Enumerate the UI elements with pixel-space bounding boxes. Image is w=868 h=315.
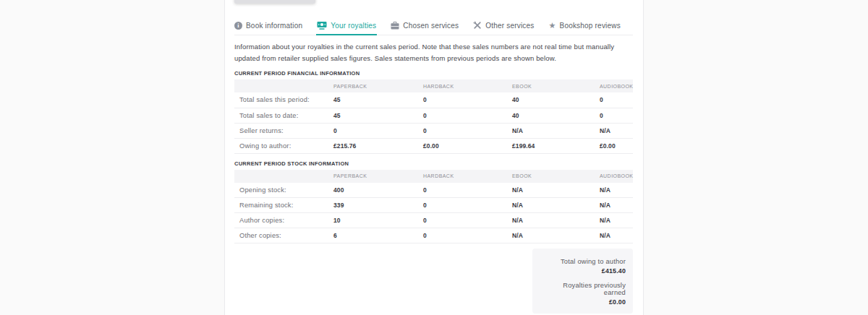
cell-value: N/A	[512, 123, 600, 138]
tab-bookshop-reviews[interactable]: Bookshop reviews	[548, 22, 620, 35]
star-icon	[548, 22, 556, 30]
cell-value: 400	[333, 183, 423, 198]
table-row: Total sales to date: 45 0 40 0	[234, 108, 633, 123]
row-label: Total sales this period:	[234, 92, 333, 108]
row-label: Seller returns:	[234, 123, 333, 138]
column-header-audiobook: AUDIOBOOK	[600, 170, 633, 183]
cell-value: 339	[333, 198, 423, 213]
table-row: Owing to author: £215.76 £0.00 £199.64 £…	[234, 138, 633, 153]
summary-label: Royalties previously earned	[540, 282, 626, 296]
summary-value: £0.00	[540, 298, 626, 306]
summary-item-previously-earned: Royalties previously earned £0.00	[540, 282, 626, 306]
stock-section-title: CURRENT PERIOD STOCK INFORMATION	[234, 160, 633, 167]
cell-value: N/A	[600, 183, 633, 198]
tab-book-information[interactable]: Book information	[234, 22, 302, 35]
briefcase-icon	[391, 22, 399, 30]
cell-value: 40	[512, 92, 600, 108]
table-row: Remaining stock: 339 0 N/A N/A	[234, 198, 633, 213]
cell-value: N/A	[600, 198, 633, 213]
cell-value: 45	[333, 92, 423, 108]
table-row: Author copies: 10 0 N/A N/A	[234, 213, 633, 228]
tab-label: Bookshop reviews	[560, 22, 621, 30]
financial-header-row: PAPERBACK HARDBACK EBOOK AUDIOBOOK	[234, 79, 633, 92]
cutoff-top-element	[234, 0, 315, 4]
panel-content: Book information Your royalties	[225, 0, 643, 315]
tab-other-services[interactable]: Other services	[473, 21, 534, 35]
cell-value: £215.76	[333, 138, 423, 153]
cell-value: N/A	[600, 123, 633, 138]
summary-item-total-owing: Total owing to author £415.40	[540, 258, 626, 275]
royalties-panel: Book information Your royalties	[224, 0, 644, 315]
tab-chosen-services[interactable]: Chosen services	[391, 22, 459, 35]
tab-bar: Book information Your royalties	[234, 0, 633, 35]
royalties-intro-text: Information about your royalties in the …	[234, 41, 633, 64]
info-icon	[234, 22, 242, 30]
summary-label: Total owing to author	[540, 258, 626, 265]
cell-value: 45	[333, 108, 423, 123]
tab-label: Your royalties	[331, 22, 376, 30]
cell-value: 0	[423, 198, 512, 213]
cell-value: £0.00	[600, 138, 633, 153]
cell-value: £0.00	[423, 138, 512, 153]
table-row: Seller returns: 0 0 N/A N/A	[234, 123, 633, 138]
row-label: Owing to author:	[234, 138, 333, 153]
financial-section-title: CURRENT PERIOD FINANCIAL INFORMATION	[234, 70, 633, 77]
cell-value: 0	[423, 108, 512, 123]
column-header-paperback: PAPERBACK	[333, 79, 423, 92]
table-row: Other copies: 6 0 N/A N/A	[234, 228, 633, 243]
cell-value: 10	[333, 213, 423, 228]
financial-table: PAPERBACK HARDBACK EBOOK AUDIOBOOK Total…	[234, 79, 633, 154]
summary-value: £415.40	[540, 267, 626, 275]
cell-value: 0	[423, 183, 512, 198]
tab-label: Chosen services	[403, 22, 459, 30]
cell-value: 6	[333, 228, 423, 243]
stock-table: PAPERBACK HARDBACK EBOOK AUDIOBOOK Openi…	[234, 170, 633, 244]
cell-value: N/A	[512, 198, 600, 213]
column-header-paperback: PAPERBACK	[333, 170, 423, 183]
cell-value: N/A	[512, 228, 600, 243]
cell-value: 0	[333, 123, 423, 138]
column-header	[234, 79, 333, 92]
row-label: Remaining stock:	[234, 198, 333, 213]
cell-value: 40	[512, 108, 600, 123]
table-row: Opening stock: 400 0 N/A N/A	[234, 183, 633, 198]
row-label: Author copies:	[234, 213, 333, 228]
column-header-ebook: EBOOK	[512, 79, 600, 92]
row-label: Total sales to date:	[234, 108, 333, 123]
column-header	[234, 170, 333, 183]
tab-label: Other services	[485, 22, 534, 30]
cell-value: £199.64	[512, 138, 600, 153]
cell-value: N/A	[600, 228, 633, 243]
tools-icon	[473, 21, 482, 30]
cell-value: 0	[600, 92, 633, 108]
cell-value: 0	[423, 228, 512, 243]
cell-value: 0	[423, 92, 512, 108]
column-header-hardback: HARDBACK	[423, 170, 512, 183]
table-row: Total sales this period: 45 0 40 0	[234, 92, 633, 108]
tab-label: Book information	[246, 22, 302, 30]
banknote-icon	[317, 21, 327, 30]
cell-value: N/A	[512, 183, 600, 198]
column-header-audiobook: AUDIOBOOK	[600, 79, 633, 92]
cell-value: 0	[423, 123, 512, 138]
cell-value: N/A	[512, 213, 600, 228]
tab-your-royalties[interactable]: Your royalties	[317, 21, 376, 35]
row-label: Other copies:	[234, 228, 333, 243]
column-header-hardback: HARDBACK	[423, 79, 512, 92]
cell-value: 0	[423, 213, 512, 228]
stock-header-row: PAPERBACK HARDBACK EBOOK AUDIOBOOK	[234, 170, 633, 183]
cell-value: N/A	[600, 213, 633, 228]
cell-value: 0	[600, 108, 633, 123]
row-label: Opening stock:	[234, 183, 333, 198]
column-header-ebook: EBOOK	[512, 170, 600, 183]
royalties-summary-box: Total owing to author £415.40 Royalties …	[532, 249, 633, 314]
